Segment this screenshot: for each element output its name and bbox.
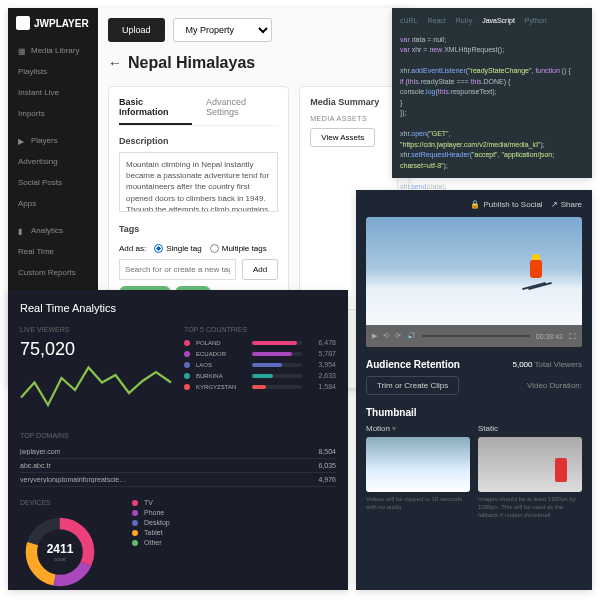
domain-row: veryverylongdomainforgreatscience4,976 [20, 473, 336, 487]
property-select[interactable]: My Property [173, 18, 272, 42]
content-row: Basic Information Advanced Settings Desc… [108, 86, 398, 310]
countries-label: Top 5 Countries [184, 326, 336, 333]
countries-block: Top 5 Countries POLAND6,478ECUADOR5,787L… [184, 326, 336, 420]
video-player[interactable]: ▶ ⟲ ⟳ 🔊 00:38:42 ⛶ [366, 217, 582, 347]
radio-multiple-tags[interactable]: Multiple tags [210, 244, 267, 253]
motion-note: Videos will be clipped to 10 seconds wit… [366, 496, 470, 512]
viewers-label: Live Viewers [20, 326, 172, 333]
viewers-chart [20, 360, 172, 420]
viewers-block: Live Viewers 75,020 [20, 326, 172, 420]
tags-label: Tags [119, 224, 278, 234]
grid-icon: ▦ [18, 47, 26, 55]
brand-text: JWPLAYER [34, 18, 89, 29]
code-tab-curl[interactable]: cURL [400, 16, 418, 27]
nav-instant-live[interactable]: Instant Live [8, 82, 98, 103]
domain-row: abc.abc.tr6,035 [20, 459, 336, 473]
viewers-count: 75,020 [20, 339, 172, 360]
topbar: Upload My Property [108, 18, 398, 42]
play-icon[interactable]: ▶ [372, 332, 377, 340]
share-icon: ↗ [551, 200, 558, 209]
nav-media-library[interactable]: ▦Media Library [8, 40, 98, 61]
nav-playlists[interactable]: Playlists [8, 61, 98, 82]
dot-icon [184, 384, 190, 390]
play-icon: ▶ [18, 137, 26, 145]
description-textarea[interactable]: Mountain climbing in Nepal instantly bec… [119, 152, 278, 212]
dot-icon [184, 362, 190, 368]
radio-on-icon [154, 244, 163, 253]
retention-title: Audience Retention [366, 359, 460, 370]
device-row: TV [132, 499, 336, 506]
nav-custom-reports[interactable]: Custom Reports [8, 262, 98, 283]
chart-icon: ▮ [18, 227, 26, 235]
nav-players[interactable]: ▶Players [8, 130, 98, 151]
thumbnail-section: Thumbnail Motion ▾ Videos will be clippe… [366, 407, 582, 519]
lock-icon: 🔒 [470, 200, 480, 209]
fullscreen-icon[interactable]: ⛶ [569, 333, 576, 340]
page-title: ← Nepal Himalayas [108, 54, 398, 72]
description-label: Description [119, 136, 278, 146]
static-thumb-col: Static Images should be at least 1920px … [478, 424, 582, 519]
domains-block: Top Domains jwplayer.com8,504abc.abc.tr6… [20, 432, 336, 487]
devices-block: Devices 2411total [20, 499, 120, 592]
view-assets-button[interactable]: View Assets [310, 128, 375, 147]
tag-search-input[interactable] [119, 259, 236, 280]
tabs: Basic Information Advanced Settings [119, 97, 278, 126]
nav-imports[interactable]: Imports [8, 103, 98, 124]
static-thumbnail[interactable] [478, 437, 582, 492]
code-tab-python[interactable]: Python [525, 16, 547, 27]
rewind-icon[interactable]: ⟲ [383, 332, 389, 340]
video-topbar: 🔒Publish to Social ↗Share [366, 200, 582, 209]
domains-label: Top Domains [20, 432, 336, 439]
analytics-title: Real Time Analytics [20, 302, 336, 314]
nav-social-posts[interactable]: Social Posts [8, 172, 98, 193]
code-body[interactable]: var data = null;var xhr = new XMLHttpReq… [400, 35, 584, 193]
motion-label: Motion ▾ [366, 424, 470, 433]
logo-icon [16, 16, 30, 30]
progress-bar[interactable] [422, 335, 530, 337]
upload-button[interactable]: Upload [108, 18, 165, 42]
nav-analytics[interactable]: ▮Analytics [8, 220, 98, 241]
static-label: Static [478, 424, 582, 433]
devices-legend: TVPhoneDesktopTabletOther [132, 499, 336, 592]
motion-thumbnail[interactable] [366, 437, 470, 492]
dot-icon [184, 340, 190, 346]
player-controls: ▶ ⟲ ⟳ 🔊 00:38:42 ⛶ [366, 325, 582, 347]
devices-label: Devices [20, 499, 120, 506]
add-tag-button[interactable]: Add [242, 259, 278, 280]
static-note: Images should be at least 1920px by 1080… [478, 496, 582, 519]
volume-icon[interactable]: 🔊 [407, 332, 416, 340]
country-row: ECUADOR5,787 [184, 350, 336, 357]
video-panel: 🔒Publish to Social ↗Share ▶ ⟲ ⟳ 🔊 00:38:… [356, 190, 592, 590]
code-tab-ruby[interactable]: Ruby [456, 16, 472, 27]
basic-info-card: Basic Information Advanced Settings Desc… [108, 86, 289, 310]
retention-section: Audience Retention 5,000 Total Viewers T… [366, 359, 582, 395]
logo[interactable]: JWPLAYER [8, 16, 98, 40]
tab-advanced[interactable]: Advanced Settings [206, 97, 278, 125]
tab-basic[interactable]: Basic Information [119, 97, 192, 125]
code-tab-javascript[interactable]: JavaScript [482, 16, 515, 27]
forward-icon[interactable]: ⟳ [395, 332, 401, 340]
radio-single-tag[interactable]: Single tag [154, 244, 202, 253]
time-display: 00:38:42 [536, 333, 563, 340]
nav-apps[interactable]: Apps [8, 193, 98, 214]
donut-label: total [47, 556, 74, 562]
device-row: Tablet [132, 529, 336, 536]
country-row: LAOS3,954 [184, 361, 336, 368]
back-arrow-icon[interactable]: ← [108, 55, 122, 71]
nav-real-time[interactable]: Real Time [8, 241, 98, 262]
dot-icon [132, 510, 138, 516]
publish-button[interactable]: 🔒Publish to Social [470, 200, 542, 209]
share-button[interactable]: ↗Share [551, 200, 582, 209]
device-row: Phone [132, 509, 336, 516]
devices-donut-chart: 2411total [20, 512, 100, 592]
tags-options: Add as: Single tag Multiple tags [119, 244, 278, 253]
nav-advertising[interactable]: Advertising [8, 151, 98, 172]
dot-icon [184, 351, 190, 357]
code-tab-react[interactable]: React [428, 16, 446, 27]
trim-button[interactable]: Trim or Create Clips [366, 376, 459, 395]
summary-sub: MEDIA ASSETS [310, 115, 387, 122]
donut-value: 2411 [47, 542, 74, 556]
country-row: BURKINA2,633 [184, 372, 336, 379]
dot-icon [184, 373, 190, 379]
country-row: POLAND6,478 [184, 339, 336, 346]
